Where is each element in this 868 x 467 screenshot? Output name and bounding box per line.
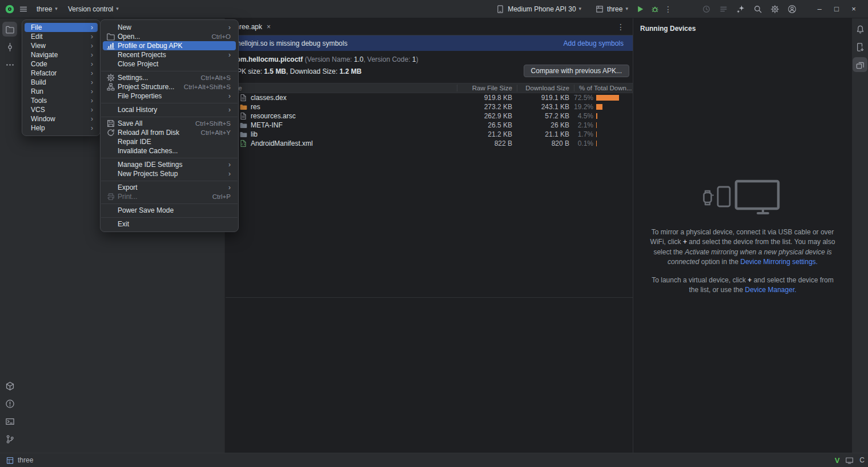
menu-view[interactable]: View› [25,41,98,50]
menu-separator [101,217,238,218]
table-row-androidmanifest-xml[interactable]: AndroidManifest.xml822 B820 B0.1% [226,139,633,148]
empty-icon [106,59,115,69]
file-menu-power-save-mode[interactable]: Power Save Mode [103,206,236,215]
tool-window-build-button[interactable] [2,378,17,393]
project-status-widget[interactable]: three [6,456,33,465]
menu-separator [101,71,238,71]
tool-window-notifications-button[interactable] [853,22,867,37]
file-menu-recent-projects[interactable]: Recent Projects› [103,50,236,59]
percent-label: 1.7% [574,130,593,138]
empty-icon [106,206,115,215]
file-menu-export[interactable]: Export› [103,183,236,192]
file-menu-reload-all-from-disk[interactable]: Reload All from DiskCtrl+Alt+Y [103,128,236,137]
file-menu-new[interactable]: New› [103,23,236,32]
chart-icon [106,41,115,50]
percent-label: 72.5% [574,94,593,102]
raw-size: 21.2 KB [457,130,517,138]
file-menu-invalidate-caches[interactable]: Invalidate Caches... [103,146,236,155]
menu-run[interactable]: Run› [25,87,98,96]
tool-window-terminal-button[interactable] [2,414,17,429]
file-menu-save-all[interactable]: Save AllCtrl+Shift+S [103,119,236,128]
file-menu-file-properties[interactable]: File Properties› [103,91,236,101]
search-everywhere-button[interactable] [750,2,765,17]
hamburger-icon [19,5,28,14]
link-device-manager[interactable]: Device Manager. [745,286,797,294]
menu-separator [101,203,238,204]
submenu-arrow-icon: › [91,33,93,41]
add-debug-symbols-link[interactable]: Add debug symbols [564,39,624,47]
close-button[interactable]: × [845,5,862,13]
display-icon[interactable] [845,456,854,465]
file-menu-exit[interactable]: Exit [103,219,236,229]
tool-window-version-control-button[interactable] [2,432,17,446]
menu-code[interactable]: Code› [25,59,98,69]
percent-bar [596,122,597,128]
menu-window[interactable]: Window› [25,114,98,123]
menu-file[interactable]: File› [25,23,98,32]
run-configuration-selector[interactable]: three ▾ [590,2,633,16]
file-menu-repair-ide[interactable]: Repair IDE [103,137,236,146]
menu-tools[interactable]: Tools› [25,96,98,105]
tool-window-problems-button[interactable] [2,396,17,411]
file-menu-settings[interactable]: Settings...Ctrl+Alt+S [103,73,236,82]
menu-edit[interactable]: Edit› [25,32,98,41]
download-size: 243.1 KB [517,103,574,111]
terminal-icon [5,417,15,426]
tool-window-more-tool-windows-button[interactable] [2,57,17,72]
file-menu-print[interactable]: Print...Ctrl+P [103,192,236,201]
file-menu-new-projects-setup[interactable]: New Projects Setup› [103,169,236,178]
table-row-lib[interactable]: lib21.2 KB21.1 KB1.7% [226,130,633,139]
submenu-arrow-icon: › [91,87,93,95]
file-menu-project-structure[interactable]: Project Structure...Ctrl+Alt+Shift+S [103,82,236,91]
menu-help[interactable]: Help› [25,123,98,133]
account-button[interactable] [785,2,799,17]
table-row-classes-dex[interactable]: classes.dex919.8 KB919.1 KB72.5% [226,93,633,102]
table-row-res[interactable]: res273.2 KB243.1 KB19.2% [226,102,633,111]
menu-vcs[interactable]: VCS› [25,105,98,114]
tool-window-device-explorer-button[interactable] [853,39,867,54]
submenu-arrow-icon: › [228,92,231,100]
vim-indicator[interactable]: V [835,456,840,465]
banner-message: hellojni.so is missing debug symbols [237,39,347,47]
submenu-arrow-icon: › [91,42,93,50]
plus-icon: + [683,238,687,246]
editor-tab-bar: three.apk × ⋮ [226,18,633,35]
tool-window-project-button[interactable] [2,22,17,37]
file-menu-open[interactable]: Open...Ctrl+O [103,32,236,41]
debug-button[interactable] [648,2,662,17]
device-selector[interactable]: Medium Phone API 30 ▾ [491,2,586,16]
file-menu-profile-or-debug-apk[interactable]: Profile or Debug APK [103,41,236,50]
file-menu-close-project[interactable]: Close Project [103,59,236,69]
menu-navigate[interactable]: Navigate› [25,50,98,59]
missing-debug-symbols-banner: hellojni.so is missing debug symbols Add… [226,35,633,51]
link-device-mirroring-settings[interactable]: Device Mirroring settings. [741,258,818,266]
more-actions-button[interactable]: ⋮ [662,5,674,14]
ai-assistant-button[interactable] [733,2,748,17]
tab-options-button[interactable]: ⋮ [617,22,633,31]
maximize-button[interactable]: □ [828,5,845,13]
tab-close-icon[interactable]: × [267,23,271,31]
menu-build[interactable]: Build› [25,78,98,87]
main-menu-button[interactable] [16,2,31,17]
project-selector[interactable]: three▾ [32,2,62,16]
vcs-widget[interactable]: Version control▾ [63,2,123,16]
settings-button[interactable] [767,2,782,17]
file-manifest-icon [239,139,247,147]
table-row-meta-inf[interactable]: META-INF26.5 KB26 KB2.1% [226,121,633,130]
submenu-arrow-icon: › [228,23,231,31]
file-menu-local-history[interactable]: Local History› [103,105,236,114]
percent-bar [596,131,597,137]
menu-refactor[interactable]: Refactor› [25,69,98,78]
file-menu-manage-ide-settings[interactable]: Manage IDE Settings› [103,160,236,169]
tool-window-running-devices-button[interactable] [853,57,867,72]
compare-with-previous-apk-button[interactable]: Compare with previous APK... [524,65,629,77]
tool-window-commit-button[interactable] [2,39,17,54]
project-widget-icon [6,456,14,465]
table-row-resources-arsc[interactable]: resources.arsc262.9 KB57.2 KB4.5% [226,111,633,121]
gear-icon [770,5,779,14]
run-button[interactable] [633,2,648,17]
left-tool-window-strip [0,18,19,453]
main-menu-popup: File›Edit›View›Navigate›Code›Refactor›Bu… [22,19,101,136]
editor-split-divider[interactable] [226,297,633,298]
minimize-button[interactable]: – [811,5,828,13]
